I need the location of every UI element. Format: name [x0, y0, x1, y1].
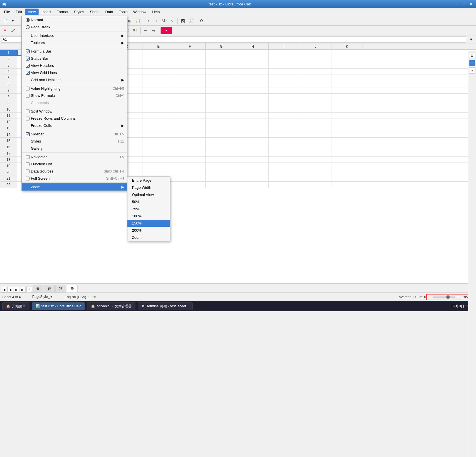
cell[interactable]: [174, 125, 206, 131]
cell[interactable]: [206, 69, 237, 75]
taskbar-app-terminal[interactable]: 🖥 Terminal 终端 - test_sheet...: [138, 302, 193, 310]
sheet-tab-chun[interactable]: 春: [33, 285, 43, 292]
cell[interactable]: [237, 169, 269, 175]
cell[interactable]: [174, 113, 206, 119]
auto-filter-button[interactable]: ▽: [169, 17, 176, 25]
cell[interactable]: [206, 75, 237, 81]
cell-H1[interactable]: [237, 50, 269, 56]
menu-item-split-window[interactable]: Split Window: [22, 108, 127, 115]
menu-item-gallery[interactable]: Gallery: [22, 145, 127, 152]
cell[interactable]: [269, 157, 300, 163]
cell[interactable]: [206, 56, 237, 62]
cell-style-btn[interactable]: ■: [161, 27, 172, 34]
sidebar-properties-btn[interactable]: ⚙: [469, 53, 475, 59]
sheet-tab-qiu[interactable]: 秋: [55, 285, 66, 292]
cell[interactable]: [143, 169, 174, 175]
col-E[interactable]: E: [143, 43, 174, 49]
open-button[interactable]: ▼: [9, 17, 17, 25]
cell[interactable]: [269, 100, 300, 106]
cell[interactable]: [174, 100, 206, 106]
cell[interactable]: [237, 125, 269, 131]
menu-item-freeze-cells[interactable]: Freeze Cells ▶: [22, 122, 127, 129]
cell[interactable]: [300, 163, 331, 169]
cell[interactable]: [300, 125, 331, 131]
cell[interactable]: [269, 81, 300, 87]
menu-format[interactable]: Format: [54, 9, 71, 15]
inc-decimal-btn[interactable]: 0.0: [131, 27, 139, 34]
cell[interactable]: [174, 81, 206, 87]
cell[interactable]: [237, 56, 269, 62]
col-F[interactable]: F: [174, 43, 206, 49]
cell[interactable]: [237, 157, 269, 163]
cell[interactable]: [300, 138, 331, 144]
cell[interactable]: [174, 69, 206, 75]
cell[interactable]: [206, 94, 237, 100]
sheet-tab-dong[interactable]: 冬: [67, 285, 78, 292]
cell[interactable]: [237, 113, 269, 119]
cell[interactable]: [300, 150, 331, 156]
cell[interactable]: [269, 125, 300, 131]
menu-item-function-list[interactable]: Function List: [22, 161, 127, 168]
zoom-decrease-btn[interactable]: –: [429, 295, 431, 299]
menu-item-view-headers[interactable]: View Headers: [22, 62, 127, 69]
cell[interactable]: [237, 163, 269, 169]
menu-item-page-break[interactable]: Page Break: [22, 23, 127, 31]
cell[interactable]: [206, 113, 237, 119]
cell[interactable]: [143, 62, 174, 68]
sort-desc-button[interactable]: ↓: [153, 17, 160, 25]
cell[interactable]: [174, 182, 206, 188]
menu-item-sidebar[interactable]: Sidebar Ctrl+F5: [22, 131, 127, 138]
cell[interactable]: [206, 131, 237, 137]
cell[interactable]: [237, 138, 269, 144]
menu-item-freeze-rows-cols[interactable]: Freeze Rows and Columns: [22, 115, 127, 122]
cell[interactable]: [174, 94, 206, 100]
cell[interactable]: [174, 163, 206, 169]
cell[interactable]: [237, 94, 269, 100]
menu-item-toolbars[interactable]: Toolbars ▶: [22, 39, 127, 46]
cell[interactable]: [143, 157, 174, 163]
cell[interactable]: [237, 87, 269, 93]
cell[interactable]: [300, 113, 331, 119]
cell[interactable]: [300, 87, 331, 93]
zoom-item-75[interactable]: 75%: [127, 205, 170, 213]
zoom-item-entire-page[interactable]: Entire Page: [127, 177, 170, 184]
cell[interactable]: [269, 163, 300, 169]
cell[interactable]: [143, 69, 174, 75]
menu-view[interactable]: View: [25, 9, 39, 15]
sheet-nav-prev[interactable]: ◀: [7, 287, 13, 292]
menu-item-view-grid-lines[interactable]: View Grid Lines: [22, 69, 127, 76]
menu-item-formula-bar[interactable]: Formula Bar: [22, 48, 127, 55]
zoom-slider[interactable]: [433, 296, 455, 298]
indent-dec-btn[interactable]: ⇐: [142, 27, 149, 34]
cell[interactable]: [269, 119, 300, 125]
cell[interactable]: [269, 113, 300, 119]
cell[interactable]: [237, 119, 269, 125]
cell[interactable]: [269, 169, 300, 175]
cell[interactable]: [237, 131, 269, 137]
cell[interactable]: [237, 144, 269, 150]
cell[interactable]: [237, 75, 269, 81]
cell[interactable]: [269, 69, 300, 75]
menu-help[interactable]: Help: [149, 9, 163, 15]
col-G[interactable]: G: [206, 43, 237, 49]
zoom-item-200[interactable]: 200%: [127, 227, 170, 234]
cell[interactable]: [269, 182, 300, 188]
cell[interactable]: [300, 69, 331, 75]
cell[interactable]: [174, 106, 206, 112]
menu-data[interactable]: Data: [102, 9, 116, 15]
sort-az-button[interactable]: AZ↑: [161, 17, 168, 25]
cell[interactable]: [269, 175, 300, 181]
zoom-item-100[interactable]: 100%: [127, 213, 170, 220]
zoom-item-150[interactable]: 150%: [127, 220, 170, 227]
special-char-button[interactable]: Ω: [198, 17, 205, 25]
cell[interactable]: [237, 175, 269, 181]
cell[interactable]: [269, 56, 300, 62]
start-button[interactable]: 🏠 开始菜单: [2, 302, 29, 310]
cell[interactable]: [174, 150, 206, 156]
menu-window[interactable]: Window: [130, 9, 149, 15]
cell[interactable]: [300, 62, 331, 68]
formula-expand-btn[interactable]: ▼: [467, 36, 475, 43]
cell[interactable]: [237, 100, 269, 106]
menu-styles[interactable]: Styles: [71, 9, 87, 15]
col-K[interactable]: K: [331, 43, 363, 49]
